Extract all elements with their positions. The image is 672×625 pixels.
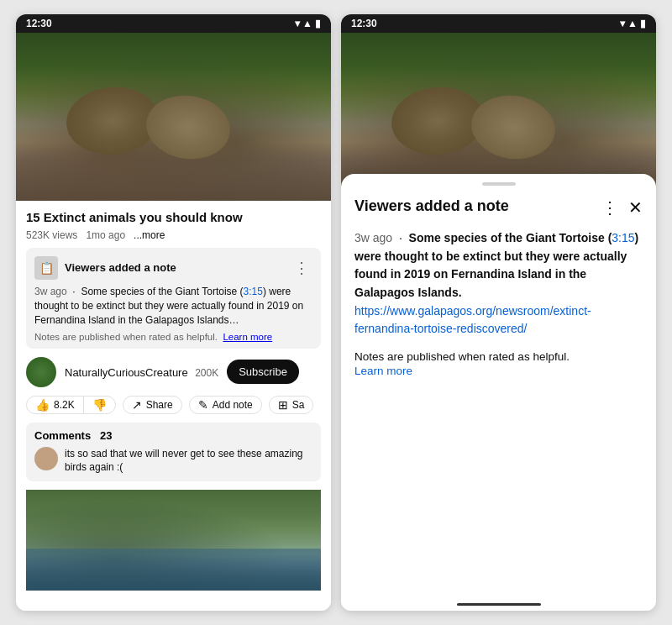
- phones-container: 12:30 ▾ ▲ ▮ 15 Extinct animals you shoul…: [3, 1, 669, 624]
- sheet-body: 3w ago · Some species of the Giant Torto…: [354, 229, 643, 339]
- video-age: 1mo ago: [86, 229, 125, 241]
- video-meta: 523K views 1mo ago ...more: [26, 229, 321, 241]
- like-count: 8.2K: [54, 399, 75, 411]
- note-age: 3w ago: [34, 286, 67, 297]
- note-timecode[interactable]: 3:15: [244, 286, 263, 297]
- comments-section: Comments 23 its so sad that we will neve…: [26, 423, 321, 482]
- more-label[interactable]: ...more: [134, 229, 165, 241]
- right-phone: 12:30 ▾ ▲ ▮ Viewers added a note ⋮ ✕: [341, 14, 656, 611]
- add-note-button[interactable]: ✎ Add note: [190, 397, 261, 413]
- sheet-header-icons: ⋮ ✕: [601, 197, 643, 218]
- note-menu-button[interactable]: ⋮: [291, 257, 312, 279]
- comment-text: its so sad that we will never get to see…: [65, 447, 312, 475]
- comments-count: 23: [100, 429, 112, 442]
- video-title: 15 Extinct animals you should know: [26, 209, 321, 226]
- sheet-note-published: Notes are published when rated as helpfu…: [354, 350, 643, 363]
- sheet-title: Viewers added a note: [354, 197, 601, 215]
- right-status-time: 12:30: [351, 18, 377, 29]
- sheet-menu-button[interactable]: ⋮: [601, 197, 618, 218]
- share-button[interactable]: ↗ Share: [123, 397, 181, 413]
- sheet-close-button[interactable]: ✕: [628, 197, 643, 218]
- save-label: Sa: [292, 399, 305, 411]
- like-icon: 👍: [35, 398, 50, 412]
- comments-label: Comments: [34, 429, 91, 442]
- signal-icon: ▲: [302, 18, 312, 29]
- note-text: 3w ago · Some species of the Giant Torto…: [34, 285, 312, 328]
- wifi-icon: ▾: [295, 18, 300, 29]
- views-count: 523K views: [26, 229, 77, 241]
- right-status-icons: ▾ ▲ ▮: [620, 18, 646, 29]
- sheet-timecode[interactable]: 3:15: [612, 231, 634, 244]
- channel-name[interactable]: NaturallyCuriousCreature: [65, 366, 188, 379]
- commenter-avatar: [34, 447, 58, 470]
- learn-more-link[interactable]: Learn more: [223, 332, 272, 342]
- right-signal-icon: ▲: [627, 18, 638, 29]
- sheet-handle: [482, 182, 516, 186]
- add-note-icon: ✎: [198, 398, 208, 412]
- dislike-icon: 👎: [92, 398, 107, 412]
- note-published: Notes are published when rated as helpfu…: [34, 332, 312, 342]
- note-icon: 📋: [34, 256, 58, 280]
- add-note-label: Add note: [213, 399, 253, 411]
- second-video-thumbnail[interactable]: [26, 490, 321, 591]
- left-note-card: 📋 Viewers added a note ⋮ 3w ago · Some s…: [26, 248, 321, 349]
- left-status-time: 12:30: [26, 18, 52, 29]
- right-phone-bottom-bar: [457, 603, 541, 606]
- save-button[interactable]: ⊞ Sa: [270, 397, 313, 413]
- sheet-age: 3w ago: [354, 231, 392, 244]
- subscribe-button[interactable]: Subscribe: [227, 360, 299, 384]
- left-content: 15 Extinct animals you should know 523K …: [16, 201, 331, 611]
- bottom-sheet: Viewers added a note ⋮ ✕ 3w ago · Some s…: [341, 174, 656, 611]
- left-video-thumbnail[interactable]: [16, 33, 331, 201]
- sheet-learn-more-link[interactable]: Learn more: [354, 365, 643, 377]
- right-battery-icon: ▮: [640, 18, 646, 29]
- note-body-start: Some species of the Giant Tortoise (: [81, 286, 243, 297]
- note-title: Viewers added a note: [65, 261, 176, 274]
- sheet-url-link[interactable]: https://www.galapagos.org/newsroom/extin…: [354, 304, 591, 336]
- channel-row: NaturallyCuriousCreature 200K Subscribe: [26, 357, 321, 387]
- share-label: Share: [146, 399, 173, 411]
- sheet-published-text: Notes are published when rated as helpfu…: [354, 350, 570, 363]
- channel-info: NaturallyCuriousCreature 200K: [65, 365, 218, 380]
- left-status-icons: ▾ ▲ ▮: [295, 18, 321, 29]
- channel-count: 200K: [195, 367, 218, 379]
- comments-title: Comments 23: [34, 429, 312, 442]
- note-header: 📋 Viewers added a note ⋮: [34, 256, 312, 280]
- channel-avatar[interactable]: [26, 357, 56, 387]
- comment-row: its so sad that we will never get to see…: [34, 447, 312, 475]
- left-status-bar: 12:30 ▾ ▲ ▮: [16, 14, 331, 33]
- save-icon: ⊞: [278, 398, 288, 412]
- left-phone: 12:30 ▾ ▲ ▮ 15 Extinct animals you shoul…: [16, 14, 331, 611]
- dislike-button[interactable]: 👎: [84, 397, 115, 413]
- action-bar: 👍 8.2K 👎 ↗ Share ✎ Add n: [26, 396, 321, 414]
- battery-icon: ▮: [315, 18, 321, 29]
- right-status-bar: 12:30 ▾ ▲ ▮: [341, 14, 656, 33]
- share-icon: ↗: [132, 398, 142, 412]
- note-header-left: 📋 Viewers added a note: [34, 256, 176, 280]
- sheet-text-bold: Some species of the Giant Tortoise (: [409, 231, 612, 244]
- right-wifi-icon: ▾: [620, 18, 625, 29]
- sheet-header: Viewers added a note ⋮ ✕: [354, 197, 643, 218]
- like-button[interactable]: 👍 8.2K: [27, 397, 84, 413]
- published-text: Notes are published when rated as helpfu…: [34, 332, 218, 342]
